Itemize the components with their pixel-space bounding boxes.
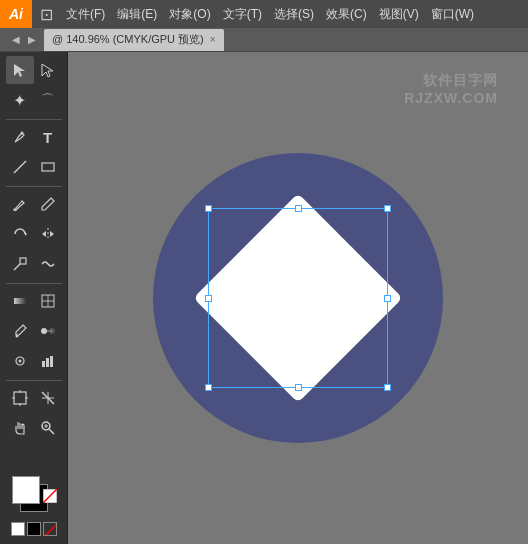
app-logo: Ai bbox=[0, 0, 32, 28]
tool-group-magic: ✦ ⌒ bbox=[4, 86, 64, 114]
selection-box[interactable] bbox=[208, 208, 388, 388]
direct-selection-tool[interactable] bbox=[34, 56, 62, 84]
color-swatch-area bbox=[4, 476, 64, 536]
handle-middle-left[interactable] bbox=[205, 295, 212, 302]
zoom-tool[interactable] bbox=[34, 414, 62, 442]
handle-top-left[interactable] bbox=[205, 205, 212, 212]
mini-swatches bbox=[11, 522, 57, 536]
watermark: 软件目字网 RJZXW.COM bbox=[404, 72, 498, 106]
tool-group-line bbox=[4, 153, 64, 181]
menu-edit[interactable]: 编辑(E) bbox=[111, 0, 163, 28]
svg-point-17 bbox=[18, 360, 21, 363]
mesh-tool[interactable] bbox=[34, 287, 62, 315]
tool-group-gradient bbox=[4, 287, 64, 315]
menu-text[interactable]: 文字(T) bbox=[217, 0, 268, 28]
magic-wand-tool[interactable]: ✦ bbox=[6, 86, 34, 114]
tool-divider-1 bbox=[6, 119, 62, 120]
toolbar: ✦ ⌒ T bbox=[0, 52, 68, 544]
selection-tool[interactable] bbox=[6, 56, 34, 84]
tool-divider-4 bbox=[6, 380, 62, 381]
svg-rect-20 bbox=[50, 356, 53, 367]
paintbrush-tool[interactable] bbox=[6, 190, 34, 218]
circle-shape[interactable] bbox=[153, 153, 443, 443]
handle-bottom-right[interactable] bbox=[384, 384, 391, 391]
tool-divider-2 bbox=[6, 186, 62, 187]
menu-bar: 文件(F) 编辑(E) 对象(O) 文字(T) 选择(S) 效果(C) 视图(V… bbox=[60, 0, 528, 28]
pencil-tool[interactable] bbox=[34, 190, 62, 218]
svg-rect-8 bbox=[14, 298, 26, 304]
slice-tool[interactable] bbox=[34, 384, 62, 412]
watermark-line1: 软件目字网 bbox=[404, 72, 498, 90]
handle-middle-right[interactable] bbox=[384, 295, 391, 302]
svg-point-0 bbox=[20, 132, 23, 135]
blend-tool[interactable] bbox=[34, 317, 62, 345]
tab-bar: ◀ ▶ @ 140.96% (CMYK/GPU 预览) × bbox=[0, 28, 528, 52]
foreground-color-swatch[interactable] bbox=[12, 476, 40, 504]
main-area: ✦ ⌒ T bbox=[0, 52, 528, 544]
line-tool[interactable] bbox=[6, 153, 34, 181]
svg-rect-18 bbox=[42, 361, 45, 367]
gradient-tool[interactable] bbox=[6, 287, 34, 315]
svg-marker-6 bbox=[50, 231, 54, 237]
scale-tool[interactable] bbox=[6, 250, 34, 278]
svg-rect-19 bbox=[46, 358, 49, 367]
handle-top-right[interactable] bbox=[384, 205, 391, 212]
tool-group-selection bbox=[4, 56, 64, 84]
tool-group-scale bbox=[4, 250, 64, 278]
tool-group-hand bbox=[4, 414, 64, 442]
tool-group-symbol bbox=[4, 347, 64, 375]
symbol-tool[interactable] bbox=[6, 347, 34, 375]
mini-swatch-3[interactable] bbox=[43, 522, 57, 536]
tab-arrow-left[interactable]: ◀ bbox=[8, 34, 24, 45]
tool-group-eyedropper bbox=[4, 317, 64, 345]
tab-close-button[interactable]: × bbox=[210, 34, 216, 45]
menu-object[interactable]: 对象(O) bbox=[163, 0, 216, 28]
tab-label: @ 140.96% (CMYK/GPU 预览) bbox=[52, 32, 204, 47]
swatch-stack[interactable] bbox=[12, 476, 56, 516]
svg-marker-3 bbox=[25, 232, 27, 236]
mini-swatch-2[interactable] bbox=[27, 522, 41, 536]
menu-select[interactable]: 选择(S) bbox=[268, 0, 320, 28]
tool-group-rotate bbox=[4, 220, 64, 248]
artboard-tool[interactable] bbox=[6, 384, 34, 412]
svg-point-12 bbox=[15, 335, 18, 338]
document-tab[interactable]: @ 140.96% (CMYK/GPU 预览) × bbox=[44, 29, 224, 51]
shape-tool[interactable] bbox=[34, 153, 62, 181]
menu-file[interactable]: 文件(F) bbox=[60, 0, 111, 28]
handle-top-center[interactable] bbox=[295, 205, 302, 212]
svg-marker-5 bbox=[42, 231, 46, 237]
handle-bottom-center[interactable] bbox=[295, 384, 302, 391]
pen-tool[interactable] bbox=[6, 123, 34, 151]
artboard bbox=[128, 128, 468, 468]
handle-bottom-left[interactable] bbox=[205, 384, 212, 391]
mini-swatch-1[interactable] bbox=[11, 522, 25, 536]
tool-group-brush bbox=[4, 190, 64, 218]
svg-rect-7 bbox=[20, 258, 26, 264]
rotate-tool[interactable] bbox=[6, 220, 34, 248]
no-color-indicator bbox=[43, 489, 57, 503]
svg-rect-21 bbox=[14, 392, 26, 404]
type-tool[interactable]: T bbox=[34, 123, 62, 151]
tool-divider-3 bbox=[6, 283, 62, 284]
canvas-area[interactable]: 软件目字网 RJZXW.COM bbox=[68, 52, 528, 544]
watermark-line2: RJZXW.COM bbox=[404, 90, 498, 106]
svg-rect-2 bbox=[42, 163, 54, 171]
lasso-tool[interactable]: ⌒ bbox=[34, 86, 62, 114]
svg-line-30 bbox=[49, 429, 54, 434]
menu-effect[interactable]: 效果(C) bbox=[320, 0, 373, 28]
app-icon: ⊡ bbox=[32, 0, 60, 28]
tool-group-artboard bbox=[4, 384, 64, 412]
title-bar: Ai ⊡ 文件(F) 编辑(E) 对象(O) 文字(T) 选择(S) 效果(C)… bbox=[0, 0, 528, 28]
warp-tool[interactable] bbox=[34, 250, 62, 278]
svg-line-35 bbox=[44, 523, 57, 536]
menu-view[interactable]: 视图(V) bbox=[373, 0, 425, 28]
menu-window[interactable]: 窗口(W) bbox=[425, 0, 480, 28]
eyedropper-tool[interactable] bbox=[6, 317, 34, 345]
chart-tool[interactable] bbox=[34, 347, 62, 375]
tool-group-pen: T bbox=[4, 123, 64, 151]
hand-tool[interactable] bbox=[6, 414, 34, 442]
tab-arrow-right[interactable]: ▶ bbox=[24, 34, 40, 45]
reflect-tool[interactable] bbox=[34, 220, 62, 248]
svg-line-1 bbox=[14, 161, 26, 173]
